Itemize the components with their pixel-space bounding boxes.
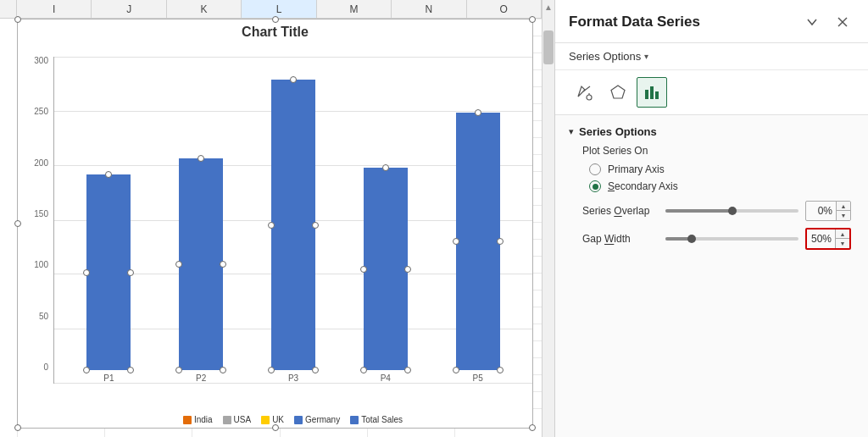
legend-color-total-sales xyxy=(350,416,359,424)
series-options-dropdown[interactable]: Series Options ▾ xyxy=(555,43,868,70)
bar-circle-p2-left[interactable] xyxy=(175,261,182,268)
format-data-series-panel: Format Data Series Series Options ▾ xyxy=(554,0,868,437)
tab-series-options[interactable] xyxy=(637,77,667,108)
bar-circle-p3-bot-right[interactable] xyxy=(312,367,319,373)
tab-fill[interactable] xyxy=(569,77,599,108)
col-header-L: L xyxy=(242,0,316,18)
x-label-p2: P2 xyxy=(196,373,206,383)
gap-width-spinner: ▲ ▼ xyxy=(835,230,849,248)
chart-container[interactable]: Chart Title 300 250 200 150 100 50 0 xyxy=(17,19,533,429)
bar-circle-p1-top[interactable] xyxy=(105,171,112,178)
gap-width-thumb[interactable] xyxy=(687,235,696,243)
y-label-300: 300 xyxy=(34,57,48,65)
bar-circle-p2-bot-right[interactable] xyxy=(220,367,226,373)
radio-secondary-axis-dot xyxy=(593,184,598,190)
bar-circle-p3-right[interactable] xyxy=(312,222,319,229)
bar-circle-p3-left[interactable] xyxy=(268,222,275,229)
y-label-50: 50 xyxy=(39,313,48,321)
bar-circle-p4-top[interactable] xyxy=(382,164,389,171)
bar-circle-p4-left[interactable] xyxy=(360,266,367,273)
bar-circle-p1-bot-left[interactable] xyxy=(83,367,90,373)
panel-header-icons xyxy=(800,10,854,34)
bar-circle-p4-bot-right[interactable] xyxy=(404,367,411,373)
bar-p2 xyxy=(179,158,223,370)
gap-width-up-arrow[interactable]: ▲ xyxy=(836,230,849,239)
radio-secondary-axis-label: Secondary Axis xyxy=(608,180,678,192)
bar-circle-p3-bot-left[interactable] xyxy=(268,367,275,373)
bar-circle-p5-left[interactable] xyxy=(453,238,459,245)
handle-bot-left[interactable] xyxy=(14,424,21,431)
series-overlap-track[interactable] xyxy=(665,209,798,213)
radio-secondary-axis-circle[interactable] xyxy=(589,180,601,192)
svg-point-2 xyxy=(587,95,592,100)
bar-circle-p1-right[interactable] xyxy=(127,269,134,276)
radio-primary-axis[interactable]: Primary Axis xyxy=(589,163,851,175)
bar-circle-p5-bot-left[interactable] xyxy=(453,367,459,373)
series-options-dropdown-label: Series Options xyxy=(569,50,641,63)
bar-circle-p4-bot-left[interactable] xyxy=(360,367,367,373)
legend-germany: Germany xyxy=(294,415,340,424)
legend-label-total-sales: Total Sales xyxy=(361,415,403,424)
handle-top-left[interactable] xyxy=(14,16,21,23)
svg-rect-6 xyxy=(650,86,654,99)
bar-group-p4: P4 xyxy=(339,57,431,383)
series-overlap-label: Series Overlap xyxy=(582,205,659,217)
handle-bot-mid[interactable] xyxy=(272,424,279,431)
x-label-p5: P5 xyxy=(472,373,482,383)
bar-circle-p5-bot-right[interactable] xyxy=(497,367,504,373)
minimize-button[interactable] xyxy=(800,10,824,34)
legend-label-usa: USA xyxy=(234,415,252,424)
tab-effects[interactable] xyxy=(603,77,633,108)
scroll-up-arrow[interactable]: ▲ xyxy=(542,0,554,14)
radio-secondary-axis[interactable]: Secondary Axis xyxy=(589,180,851,192)
bar-group-p3: P3 xyxy=(248,57,340,383)
close-icon xyxy=(837,16,849,28)
series-overlap-down-arrow[interactable]: ▼ xyxy=(837,211,850,220)
handle-bot-right[interactable] xyxy=(529,424,536,431)
scrollbar[interactable]: ▲ xyxy=(542,0,554,437)
chart-legend: India USA UK Germany Total Sales xyxy=(53,415,532,424)
bar-circle-p3-top[interactable] xyxy=(290,76,297,83)
bar-circle-p2-right[interactable] xyxy=(220,261,226,268)
col-header-M: M xyxy=(317,0,392,18)
bar-group-p2: P2 xyxy=(155,57,248,383)
scrollbar-thumb[interactable] xyxy=(543,30,554,64)
x-label-p1: P1 xyxy=(103,373,114,383)
gap-width-down-arrow[interactable]: ▼ xyxy=(836,239,849,248)
section-header-series-options[interactable]: ▾ Series Options xyxy=(555,119,868,141)
radio-primary-axis-circle[interactable] xyxy=(589,163,601,175)
series-overlap-up-arrow[interactable]: ▲ xyxy=(837,202,850,211)
series-overlap-fill xyxy=(665,209,732,213)
y-label-150: 150 xyxy=(34,210,48,218)
bars-area: P1 P2 xyxy=(54,57,532,383)
y-label-0: 0 xyxy=(43,363,48,372)
bar-circle-p1-bot-right[interactable] xyxy=(127,367,134,373)
legend-usa: USA xyxy=(223,415,252,424)
gap-width-track[interactable] xyxy=(665,237,798,241)
paint-bucket-icon xyxy=(575,83,593,102)
series-overlap-thumb[interactable] xyxy=(728,207,737,215)
bar-circle-p5-right[interactable] xyxy=(497,238,504,245)
bar-circle-p1-left[interactable] xyxy=(83,269,90,276)
bar-circle-p5-top[interactable] xyxy=(475,109,481,116)
chart-plot: P1 P2 xyxy=(53,57,532,384)
handle-top-mid[interactable] xyxy=(272,16,279,23)
series-overlap-row: Series Overlap 0% ▲ ▼ xyxy=(582,201,851,221)
dropdown-arrow-icon: ▾ xyxy=(644,52,648,61)
close-button[interactable] xyxy=(831,10,854,34)
bar-circle-p2-top[interactable] xyxy=(198,155,204,162)
bar-circle-p2-bot-left[interactable] xyxy=(175,367,182,373)
gap-width-value: 50% xyxy=(807,231,835,246)
svg-marker-4 xyxy=(611,86,625,98)
legend-uk: UK xyxy=(261,415,284,424)
chart-title: Chart Title xyxy=(18,25,532,40)
gap-width-value-box: 50% ▲ ▼ xyxy=(805,228,851,250)
bar-chart-icon xyxy=(643,83,661,102)
handle-top-right[interactable] xyxy=(529,16,536,23)
spreadsheet-area: I J K L M N O xyxy=(0,0,542,437)
bar-circle-p4-right[interactable] xyxy=(404,266,411,273)
panel-title: Format Data Series xyxy=(569,14,700,30)
col-header-N: N xyxy=(392,0,466,18)
x-label-p3: P3 xyxy=(288,373,298,383)
panel-content: ▾ Series Options Plot Series On Primary … xyxy=(555,115,868,437)
